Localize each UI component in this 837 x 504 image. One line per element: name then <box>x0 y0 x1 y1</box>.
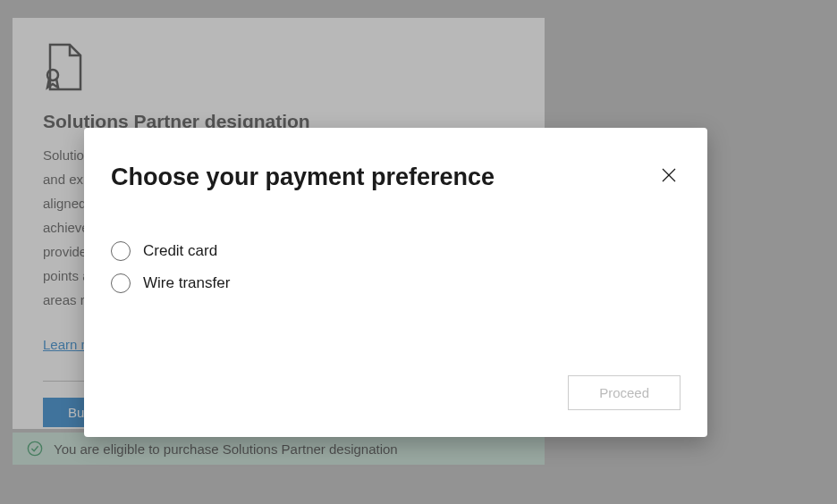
wire-transfer-label: Wire transfer <box>143 274 230 292</box>
radio-icon <box>111 273 131 293</box>
payment-preference-modal: Choose your payment preference Credit ca… <box>84 128 707 437</box>
close-button[interactable] <box>657 164 681 190</box>
modal-header: Choose your payment preference <box>111 164 681 191</box>
close-icon <box>661 167 677 183</box>
radio-icon <box>111 241 131 261</box>
credit-card-label: Credit card <box>143 242 217 260</box>
credit-card-option[interactable]: Credit card <box>111 241 681 261</box>
payment-options-group: Credit card Wire transfer <box>111 241 681 293</box>
proceed-button[interactable]: Proceed <box>568 375 681 410</box>
wire-transfer-option[interactable]: Wire transfer <box>111 273 681 293</box>
modal-title: Choose your payment preference <box>111 164 495 191</box>
